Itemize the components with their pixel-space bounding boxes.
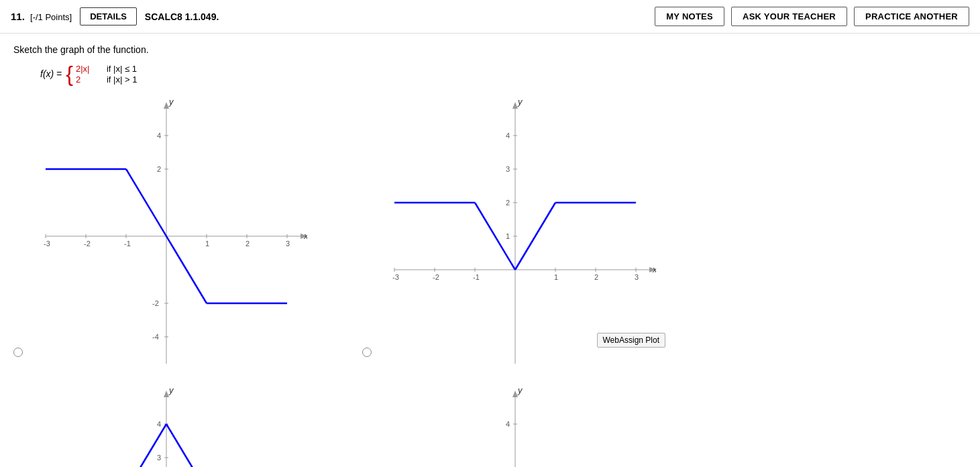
function-definition: f(x) = { 2|x| if |x| ≤ 1 2 if |x| > 1: [40, 63, 967, 85]
graph-2-svg[interactable]: x y -3 -2 -1 1 2 3 4 3: [374, 95, 656, 377]
piecewise-func-1: 2|x|: [76, 64, 100, 74]
svg-text:4: 4: [157, 420, 161, 428]
piecewise-cond-1: if |x| ≤ 1: [107, 64, 137, 74]
header-actions: MY NOTES ASK YOUR TEACHER PRACTICE ANOTH…: [655, 7, 969, 26]
problem-num-text: 11.: [11, 11, 25, 22]
svg-marker-3: [164, 102, 169, 109]
svg-text:4: 4: [506, 132, 510, 140]
piecewise-cond-2: if |x| > 1: [107, 74, 137, 85]
graph-4-svg[interactable]: x y -3 -2 -1 1 2 3: [374, 384, 656, 467]
svg-text:1: 1: [554, 273, 558, 281]
problem-points: [-/1 Points]: [30, 12, 72, 22]
svg-marker-33: [512, 102, 518, 109]
svg-text:-1: -1: [124, 240, 131, 248]
svg-text:3: 3: [286, 240, 290, 248]
svg-text:-3: -3: [44, 240, 50, 248]
svg-text:x: x: [303, 231, 307, 241]
svg-text:1: 1: [506, 232, 510, 240]
graph-2-radio[interactable]: [362, 348, 372, 357]
svg-text:-2: -2: [84, 240, 91, 248]
problem-instruction: Sketch the graph of the function.: [13, 44, 967, 55]
svg-text:y: y: [168, 97, 174, 107]
left-brace: {: [66, 63, 73, 85]
piecewise-func-2: 2: [76, 74, 100, 85]
content-area: Sketch the graph of the function. f(x) =…: [0, 34, 980, 467]
graph-3-svg[interactable]: x y -3 -2 -1 1 2 3 4 3: [25, 384, 307, 467]
svg-text:y: y: [517, 97, 523, 107]
svg-text:-4: -4: [152, 333, 159, 341]
graph-1-svg[interactable]: x y -3 -2 -1 1 2 3: [25, 95, 307, 377]
problem-number: 11. [-/1 Points]: [11, 11, 72, 22]
graph-1-container: x y -3 -2 -1 1 2 3: [13, 95, 322, 377]
svg-text:4: 4: [506, 420, 510, 428]
practice-another-button[interactable]: PRACTICE ANOTHER: [854, 7, 969, 26]
svg-text:y: y: [168, 385, 174, 395]
svg-marker-63: [164, 391, 169, 397]
svg-text:1: 1: [205, 240, 209, 248]
fx-label: f(x) =: [40, 68, 62, 79]
svg-text:3: 3: [506, 165, 510, 173]
graph-1-radio[interactable]: [13, 348, 23, 357]
svg-marker-93: [512, 391, 518, 397]
brace-container: { 2|x| if |x| ≤ 1 2 if |x| > 1: [66, 63, 137, 85]
problem-code: SCALC8 1.1.049.: [145, 11, 219, 22]
svg-text:x: x: [652, 264, 656, 274]
details-button[interactable]: DETAILS: [80, 7, 137, 25]
svg-text:2: 2: [506, 199, 510, 207]
svg-text:4: 4: [157, 132, 161, 140]
svg-text:2: 2: [594, 273, 598, 281]
svg-line-58: [515, 203, 555, 270]
svg-text:3: 3: [157, 454, 161, 462]
svg-text:2: 2: [246, 240, 250, 248]
svg-line-88: [166, 424, 207, 467]
svg-text:2: 2: [157, 165, 161, 173]
ask-teacher-button[interactable]: ASK YOUR TEACHER: [731, 7, 847, 26]
graph-3-container: x y -3 -2 -1 1 2 3 4 3: [13, 384, 322, 467]
svg-text:y: y: [517, 385, 523, 395]
graph-2-container: x y -3 -2 -1 1 2 3 4 3: [362, 95, 671, 377]
piecewise-row-2: 2 if |x| > 1: [76, 74, 137, 85]
piecewise-definition: 2|x| if |x| ≤ 1 2 if |x| > 1: [76, 64, 137, 85]
svg-text:-2: -2: [152, 299, 159, 307]
my-notes-button[interactable]: MY NOTES: [655, 7, 724, 26]
svg-text:-3: -3: [392, 273, 399, 281]
svg-text:-1: -1: [473, 273, 480, 281]
svg-text:-2: -2: [433, 273, 439, 281]
graph-4-container: x y -3 -2 -1 1 2 3: [362, 384, 671, 467]
problem-header: 11. [-/1 Points] DETAILS SCALC8 1.1.049.…: [0, 0, 980, 34]
graphs-grid: x y -3 -2 -1 1 2 3: [13, 95, 671, 467]
piecewise-row-1: 2|x| if |x| ≤ 1: [76, 64, 137, 74]
svg-text:3: 3: [635, 273, 639, 281]
